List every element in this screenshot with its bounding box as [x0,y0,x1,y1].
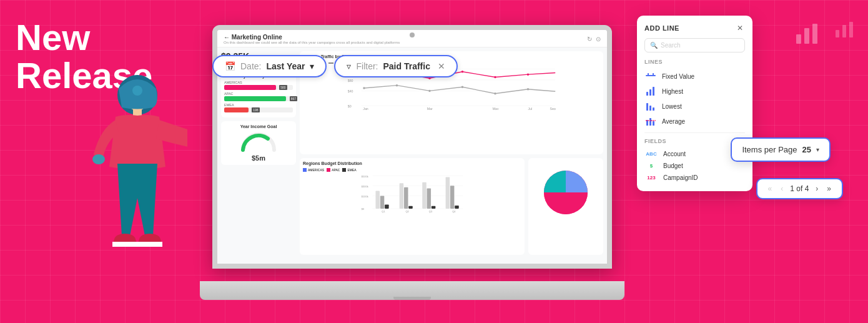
account-label: Account [663,151,686,157]
apac-row: APAC 867 [224,92,293,101]
svg-rect-59 [648,73,649,76]
svg-text:Sep: Sep [550,107,556,110]
fields-section-label: FIELDS [644,138,745,144]
fixed-value-icon [644,71,657,81]
items-chevron-icon: ▾ [816,146,819,153]
svg-point-22 [363,87,365,89]
americas-row: AMERICAS 580 [224,81,293,90]
date-value: Last Year [266,61,305,71]
svg-point-21 [527,73,530,76]
svg-rect-62 [649,89,651,96]
filter-bar: 📅 Date: Last Year ▾ ▿ Filter: Paid Traff… [212,55,458,77]
bar-chart-area: Regions Budget Distribution AMERICAS APA… [300,158,525,255]
dash-left-column: $9.35K +6.98% Income by Territory AMERIC… [221,51,296,255]
laptop-base [200,281,624,300]
svg-text:$100k: $100k [362,195,369,198]
deco-bar-chart-icon-2 [834,19,856,49]
svg-rect-65 [649,106,651,111]
campaign-type-label: 123 [644,175,658,181]
lines-section-label: LINES [644,59,745,65]
filter-close-icon[interactable]: ✕ [438,61,445,71]
svg-rect-43 [385,204,389,209]
svg-point-20 [494,76,496,79]
calendar-icon: 📅 [225,61,235,71]
gauge [240,131,277,153]
americas-bar: 580 [224,85,293,90]
svg-point-27 [527,88,530,91]
apac-label: APAC [224,92,293,96]
svg-rect-71 [796,34,801,44]
deco-bar-chart-icon-1 [793,19,821,49]
svg-rect-60 [653,73,654,76]
svg-point-2 [132,86,142,96]
emea-bar: 198 [224,107,293,112]
next-page-button[interactable]: › [814,184,820,193]
svg-point-5 [92,154,105,164]
average-icon [644,116,657,126]
legend-americas: AMERICAS [303,168,324,172]
dash-right-column: Website Traffic by Conversion Paid Traff… [300,51,603,255]
svg-rect-69 [653,121,654,126]
bar-chart-svg: $500k $300k $100k $0 [303,173,521,214]
pie-chart-area [528,158,603,255]
line-item-fixed-value[interactable]: Fixed Value [644,69,745,84]
panel-title: ADD LINE [644,24,679,32]
income-territory-section: Income by Territory AMERICAS 580 [221,71,296,117]
svg-text:Jan: Jan [363,107,368,110]
line-item-lowest[interactable]: Lowest [644,99,745,114]
fixed-value-label: Fixed Value [662,73,694,80]
items-per-page-panel[interactable]: Items per Page 25 ▾ [731,137,831,162]
filter-label: Filter: [356,61,378,71]
last-page-button[interactable]: » [825,184,833,193]
svg-rect-66 [653,107,654,111]
dash-icons: ↻ ⊙ [587,36,601,42]
traffic-filter-pill[interactable]: ▿ Filter: Paid Traffic ✕ [334,55,457,77]
date-filter-pill[interactable]: 📅 Date: Last Year ▾ [212,55,327,77]
svg-point-25 [461,86,464,89]
legend-emea: EMEA [342,168,356,172]
field-item-budget[interactable]: $ Budget [644,160,745,172]
first-page-button[interactable]: « [766,184,774,193]
hero-line1: New [16,19,152,57]
svg-text:Jul: Jul [528,107,533,110]
pie-chart-svg [531,161,600,217]
filter-value: Paid Traffic [383,61,430,71]
field-item-account[interactable]: ABC Account [644,148,745,160]
goal-value: $5m [224,154,293,162]
search-icon: 🔍 [650,42,658,49]
items-per-page-label: Items per Page [742,145,797,154]
panel-header: ADD LINE ✕ [644,23,745,33]
svg-text:Q4: Q4 [452,210,456,213]
svg-text:$60: $60 [348,79,353,82]
search-box[interactable]: 🔍 Search [644,38,745,52]
dash-body: $9.35K +6.98% Income by Territory AMERIC… [217,47,607,259]
camera-icon[interactable]: ⊙ [596,36,601,42]
refresh-icon[interactable]: ↻ [587,36,592,42]
svg-rect-50 [446,177,450,209]
chevron-down-icon: ▾ [310,61,314,71]
svg-rect-49 [432,206,436,209]
svg-rect-48 [427,188,432,209]
bar-chart-title: Regions Budget Distribution [303,161,521,166]
svg-rect-45 [404,187,408,209]
legend-apac: APAC [327,168,340,172]
line-item-average[interactable]: Average [644,114,745,129]
field-item-campaign-id[interactable]: 123 CampaignID [644,172,745,184]
prev-page-button[interactable]: ‹ [779,184,785,193]
svg-rect-61 [646,92,648,96]
line-item-highest[interactable]: Highest [644,84,745,99]
svg-text:$300k: $300k [362,185,369,188]
page-info: 1 of 4 [790,184,809,193]
svg-text:$500k: $500k [362,175,369,178]
emea-row: EMEA 198 [224,103,293,112]
budget-type-label: $ [644,163,658,169]
items-per-page-value: 25 [802,145,811,154]
svg-rect-51 [450,186,455,209]
svg-text:Q2: Q2 [405,210,409,213]
svg-rect-44 [400,183,404,209]
highest-icon [644,86,657,96]
campaign-label: CampaignID [663,174,698,181]
panel-close-button[interactable]: ✕ [735,23,745,33]
svg-point-23 [396,84,398,87]
americas-label: AMERICAS [224,81,293,84]
